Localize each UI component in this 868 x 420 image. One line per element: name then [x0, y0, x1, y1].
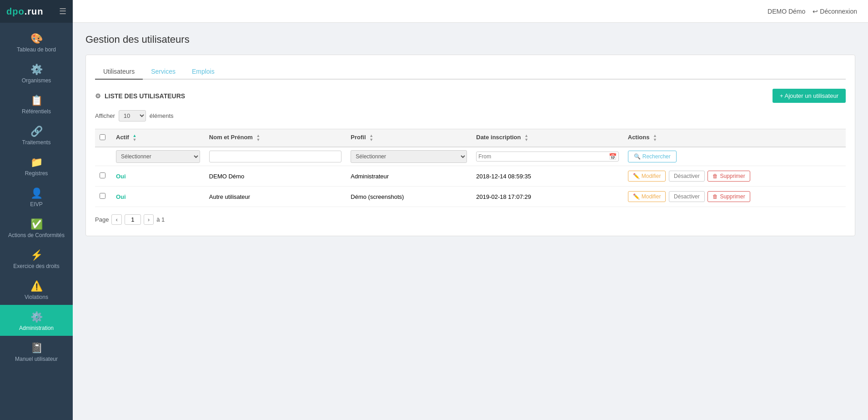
topbar: DEMO Démo ↩ Déconnexion: [73, 0, 868, 23]
search-icon: 🔍: [634, 153, 641, 160]
table-wrapper: Actif ▲▼ Nom et Prénom ▲▼: [95, 129, 846, 207]
sort-date-icon[interactable]: ▲▼: [524, 134, 528, 142]
sidebar-logo: dpo.run ☰: [0, 0, 73, 23]
sort-nom-icon[interactable]: ▲▼: [256, 134, 261, 142]
row2-date: 2019-02-18 17:07:29: [472, 187, 623, 207]
trash-icon: 🗑: [712, 173, 718, 179]
row2-actif: Oui: [111, 187, 205, 207]
add-user-button[interactable]: + Ajouter un utilisateur: [773, 89, 846, 103]
row2-checkbox-cell: [95, 187, 111, 207]
sidebar-item-label: EIVP: [30, 201, 42, 207]
row1-delete-button[interactable]: 🗑 Supprimer: [707, 171, 750, 182]
tab-utilisateurs[interactable]: Utilisateurs: [95, 64, 143, 80]
tabs: Utilisateurs Services Emplois: [95, 64, 846, 80]
next-page-button[interactable]: ›: [144, 214, 154, 225]
logo: dpo.run: [6, 6, 43, 17]
row1-nom: DEMO Démo: [205, 166, 346, 187]
row1-deactivate-button[interactable]: Désactiver: [669, 171, 705, 182]
sort-profil-icon[interactable]: ▲▼: [369, 134, 373, 142]
row2-delete-button[interactable]: 🗑 Supprimer: [707, 191, 750, 202]
topbar-user: DEMO Démo ↩ Déconnexion: [768, 8, 857, 15]
sort-actif-icon[interactable]: ▲▼: [133, 134, 137, 142]
sort-actions-icon[interactable]: ▲▼: [653, 134, 657, 142]
logout-icon: ↩: [813, 8, 818, 15]
show-entries-suffix: éléments: [150, 112, 174, 119]
table-row: Oui DEMO Démo Administrateur 2018-12-14 …: [95, 166, 846, 187]
page-label: Page: [95, 216, 109, 223]
show-entries-select[interactable]: 10 25 50 100: [119, 110, 146, 121]
col-actions: Actions ▲▼: [623, 129, 846, 147]
filter-nom-cell: [205, 147, 346, 166]
section-title-text: LISTE DES UTILISATEURS: [105, 92, 185, 100]
sidebar-item-referentiels[interactable]: 📋 Référentiels: [0, 88, 73, 119]
sidebar-item-registres[interactable]: 📁 Registres: [0, 150, 73, 181]
trash-icon: 🗑: [712, 193, 718, 200]
edit-icon: ✏️: [633, 193, 640, 200]
sidebar-item-exercice-droits[interactable]: ⚡ Exercice des droits: [0, 243, 73, 274]
main-content: DEMO Démo ↩ Déconnexion Gestion des util…: [73, 0, 868, 420]
row1-date: 2018-12-14 08:59:35: [472, 166, 623, 187]
topbar-username: DEMO Démo: [768, 8, 805, 15]
filter-profil-select[interactable]: Sélectionner Administrateur Démo (screen…: [351, 150, 467, 163]
actions-conformites-icon: ✅: [30, 218, 43, 230]
sidebar-item-label: Registres: [25, 170, 48, 177]
sidebar: dpo.run ☰ 🎨 Tableau de bord ⚙️ Organisme…: [0, 0, 73, 420]
row1-actif: Oui: [111, 166, 205, 187]
filter-date-cell: 📅: [472, 147, 623, 166]
sidebar-item-label: Organismes: [22, 77, 51, 84]
filter-actif-select[interactable]: Sélectionner Oui Non: [116, 150, 200, 163]
section-title: ⚙ LISTE DES UTILISATEURS: [95, 92, 185, 100]
calendar-icon[interactable]: 📅: [609, 153, 617, 160]
prev-page-button[interactable]: ‹: [111, 214, 121, 225]
row2-checkbox[interactable]: [100, 193, 105, 199]
row2-modify-button[interactable]: ✏️ Modifier: [628, 191, 666, 202]
filter-nom-input[interactable]: [209, 151, 341, 162]
sidebar-item-label: Tableau de bord: [17, 46, 56, 53]
sidebar-item-administration[interactable]: ⚙️ Administration: [0, 305, 73, 336]
sidebar-item-actions-conformites[interactable]: ✅ Actions de Conformités: [0, 212, 73, 243]
page-input[interactable]: 1: [125, 214, 141, 225]
page-body: Gestion des utilisateurs Utilisateurs Se…: [73, 23, 868, 420]
row2-deactivate-button[interactable]: Désactiver: [669, 191, 705, 202]
tab-emplois[interactable]: Emplois: [184, 64, 223, 80]
filter-actions-cell: 🔍 Rechercher: [623, 147, 846, 166]
sidebar-item-label: Exercice des droits: [13, 263, 59, 269]
tab-services[interactable]: Services: [143, 64, 184, 80]
filter-date-input[interactable]: [478, 153, 609, 160]
show-entries-label: Afficher: [95, 112, 115, 119]
sidebar-item-label: Administration: [19, 325, 54, 331]
section-gear-icon: ⚙: [95, 92, 101, 100]
sidebar-item-manuel-utilisateur[interactable]: 📓 Manuel utilisateur: [0, 336, 73, 367]
registres-icon: 📁: [30, 157, 43, 168]
sidebar-item-tableau-de-bord[interactable]: 🎨 Tableau de bord: [0, 26, 73, 57]
select-all-checkbox[interactable]: [100, 134, 105, 140]
logout-button[interactable]: ↩ Déconnexion: [813, 8, 857, 15]
search-button[interactable]: 🔍 Rechercher: [628, 151, 677, 162]
row2-profil: Démo (screenshots): [346, 187, 472, 207]
hamburger-icon[interactable]: ☰: [59, 6, 66, 16]
edit-icon: ✏️: [633, 173, 640, 179]
organismes-icon: ⚙️: [30, 64, 43, 76]
sidebar-item-organismes[interactable]: ⚙️ Organismes: [0, 57, 73, 88]
row1-modify-button[interactable]: ✏️ Modifier: [628, 171, 666, 182]
pagination: Page ‹ 1 › à 1: [95, 214, 846, 225]
users-table: Actif ▲▼ Nom et Prénom ▲▼: [95, 129, 846, 207]
col-actif: Actif ▲▼: [111, 129, 205, 147]
filter-checkbox-col: [95, 147, 111, 166]
row1-checkbox[interactable]: [100, 172, 105, 178]
table-row: Oui Autre utilisateur Démo (screenshots)…: [95, 187, 846, 207]
col-select: [95, 129, 111, 147]
sidebar-item-label: Violations: [25, 294, 48, 300]
filter-profil-cell: Sélectionner Administrateur Démo (screen…: [346, 147, 472, 166]
sidebar-item-label: Actions de Conformités: [8, 232, 65, 238]
col-date-inscription: Date inscription ▲▼: [472, 129, 623, 147]
sidebar-item-eivp[interactable]: 👤 EIVP: [0, 181, 73, 212]
referentiels-icon: 📋: [30, 95, 43, 106]
sidebar-item-label: Manuel utilisateur: [15, 356, 58, 362]
manuel-icon: 📓: [30, 342, 43, 354]
dashboard-icon: 🎨: [30, 33, 43, 45]
sidebar-item-traitements[interactable]: 🔗 Traitements: [0, 119, 73, 150]
show-entries: Afficher 10 25 50 100 éléments: [95, 110, 846, 121]
row2-nom: Autre utilisateur: [205, 187, 346, 207]
sidebar-item-violations[interactable]: ⚠️ Violations: [0, 274, 73, 305]
